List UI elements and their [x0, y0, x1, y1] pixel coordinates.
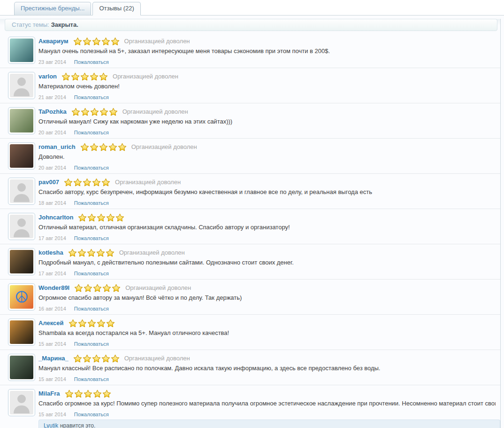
review-item: Аквариум: [0, 33, 500, 68]
avatar[interactable]: [8, 354, 35, 381]
tab-prestige-brands[interactable]: Престижные бренды...: [14, 2, 91, 15]
main-content: Статус темы:Закрыта. Аквариум: [0, 19, 501, 428]
report-link[interactable]: Пожаловаться: [74, 271, 109, 276]
review-date: 20 авг 2014: [38, 165, 66, 171]
star-icon: [73, 37, 82, 46]
review-date: 23 авг 2014: [38, 59, 66, 65]
avatar[interactable]: [8, 248, 35, 275]
review-item: ☮ Wonder89l: [0, 280, 500, 315]
report-link[interactable]: Пожаловаться: [74, 59, 109, 65]
review-item: pav007: [0, 174, 500, 209]
review-footer: 18 авг 2014 Пожаловаться: [38, 200, 496, 206]
report-link[interactable]: Пожаловаться: [74, 200, 109, 206]
rating-stars: [73, 37, 120, 46]
avatar[interactable]: [8, 319, 35, 346]
rating-stars: [68, 249, 115, 257]
review-body: Wonder89l: [38, 283, 496, 311]
review-footer: 20 авг 2014 Пожаловаться: [38, 130, 496, 135]
report-link[interactable]: Пожаловаться: [74, 130, 109, 135]
avatar[interactable]: [8, 107, 35, 134]
review-date: 15 авг 2014: [38, 341, 66, 347]
liker-link[interactable]: Lyutik: [44, 422, 58, 428]
star-icon: [90, 143, 99, 151]
star-icon: [90, 72, 99, 81]
report-link[interactable]: Пожаловаться: [74, 376, 109, 382]
likes-bar: Lyutikнравится это.: [38, 420, 500, 428]
username-link[interactable]: pav007: [38, 179, 59, 186]
forum-reviews-page: Престижные бренды... Отзывы (22) Статус …: [0, 0, 504, 428]
username-link[interactable]: _Марина_: [38, 355, 69, 362]
avatar[interactable]: [8, 389, 35, 416]
username-link[interactable]: kotlesha: [38, 249, 63, 256]
review-footer: 15 авг 2014 Пожаловаться: [38, 412, 496, 417]
review-header: TaPozhka: [38, 107, 496, 116]
review-body: pav007: [38, 178, 496, 206]
report-link[interactable]: Пожаловаться: [74, 165, 109, 171]
review-footer: 15 авг 2014 Пожаловаться: [38, 376, 496, 382]
review-text: Доволен.: [38, 153, 496, 161]
username-link[interactable]: Алексей: [38, 319, 64, 327]
review-footer: 17 авг 2014 Пожаловаться: [38, 271, 496, 276]
report-link[interactable]: Пожаловаться: [74, 235, 109, 241]
rating-stars: [65, 389, 111, 398]
star-icon: [74, 284, 83, 292]
star-icon: [106, 319, 115, 327]
star-icon: [92, 354, 101, 363]
review-date: 15 авг 2014: [38, 412, 66, 417]
tab-reviews[interactable]: Отзывы (22): [92, 2, 140, 16]
avatar-image: [10, 356, 33, 379]
review-item: Алексей: [0, 315, 500, 350]
star-icon: [71, 72, 80, 81]
review-item: TaPozhka: [0, 103, 500, 139]
username-link[interactable]: MilaFra: [38, 390, 60, 397]
review-footer: 23 авг 2014 Пожаловаться: [38, 59, 496, 65]
review-footer: 15 авг 2014 Пожаловаться: [38, 341, 496, 347]
username-link[interactable]: Johncarlton: [38, 214, 73, 221]
username-link[interactable]: TaPozhka: [38, 108, 67, 115]
star-icon: [80, 143, 89, 151]
review-item: roman_urich: [0, 139, 500, 174]
tab-bar: Престижные бренды... Отзывы (22): [0, 0, 504, 16]
org-status-label: Организацией доволен: [122, 108, 188, 115]
star-icon: [101, 354, 110, 363]
report-link[interactable]: Пожаловаться: [74, 306, 109, 311]
avatar-image: [10, 144, 33, 168]
star-icon: [68, 249, 77, 257]
report-link[interactable]: Пожаловаться: [74, 341, 109, 347]
star-icon: [111, 37, 120, 46]
review-header: roman_urich: [38, 142, 496, 151]
avatar-image: [10, 215, 33, 238]
org-status-label: Организацией доволен: [119, 249, 185, 256]
report-link[interactable]: Пожаловаться: [74, 412, 109, 417]
avatar[interactable]: [8, 178, 35, 205]
likes-text: нравится это.: [60, 422, 95, 428]
star-icon: [83, 354, 92, 363]
avatar[interactable]: [8, 213, 35, 240]
star-icon: [73, 178, 82, 187]
star-icon: [112, 284, 121, 292]
avatar[interactable]: [8, 37, 35, 64]
review-body: varlon: [38, 72, 496, 100]
star-icon: [106, 249, 115, 257]
avatar-image: [10, 179, 33, 203]
star-icon: [101, 37, 110, 46]
thread-status-bar: Статус темы:Закрыта.: [5, 19, 497, 31]
username-link[interactable]: varlon: [38, 73, 57, 80]
review-list: Аквариум: [0, 33, 500, 417]
review-date: 17 авг 2014: [38, 235, 66, 241]
avatar[interactable]: [8, 142, 35, 170]
avatar[interactable]: ☮: [8, 283, 35, 311]
review-header: Алексей: [38, 319, 496, 327]
org-status-label: Организацией доволен: [131, 143, 197, 150]
review-text: Мануал классный! Все расписано по полочк…: [38, 364, 496, 372]
review-body: _Марина_: [38, 354, 496, 382]
review-text: Спасибо автору, курс безупречен, информа…: [38, 188, 496, 196]
review-text: Отличный мануал! Сижу как наркоман уже н…: [38, 117, 496, 125]
username-link[interactable]: Аквариум: [38, 38, 69, 45]
report-link[interactable]: Пожаловаться: [74, 94, 109, 100]
username-link[interactable]: roman_urich: [38, 143, 76, 150]
avatar[interactable]: [8, 72, 35, 99]
star-icon: [96, 249, 105, 257]
username-link[interactable]: Wonder89l: [38, 284, 69, 291]
review-text: Спасибо огромное за курс! Помимо супер п…: [38, 399, 496, 407]
